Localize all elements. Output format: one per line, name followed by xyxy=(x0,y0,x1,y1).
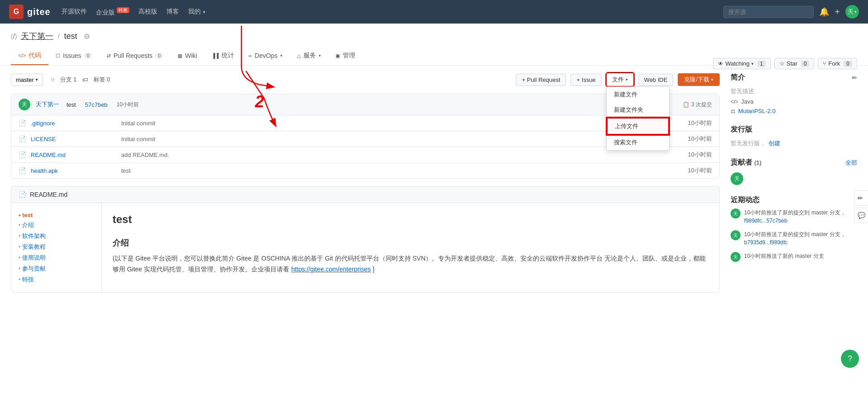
notification-icon[interactable]: 🔔 xyxy=(819,7,829,17)
header-right: 🔔 + 天 ▾ xyxy=(723,5,859,19)
sidebar-recent-title: 近期动态 xyxy=(731,195,857,205)
brand-name: gitee xyxy=(27,7,51,17)
nav-opensource[interactable]: 开源软件 xyxy=(61,8,87,16)
nav-mine[interactable]: 我的 ▾ xyxy=(188,8,206,16)
issue-btn[interactable]: + Issue xyxy=(571,74,601,86)
enterprise-badge: 特惠 xyxy=(117,7,129,13)
content-wrapper: master ▾ ⑂ 分支 1 🏷 标签 0 + Pull Request + … xyxy=(0,66,868,300)
toc-item-install[interactable]: 安装教程 xyxy=(19,242,94,252)
user-avatar[interactable]: 天 ▾ xyxy=(845,5,859,19)
file-name-apk[interactable]: health.apk xyxy=(31,167,121,174)
create-release-link[interactable]: 创建 xyxy=(769,139,780,147)
sidebar-license: ⚖ MulanPSL-2.0 xyxy=(731,106,857,116)
repo-name: test xyxy=(64,32,77,41)
branch-selector[interactable]: master ▾ xyxy=(11,74,43,86)
add-icon[interactable]: + xyxy=(835,7,840,17)
search-file-item[interactable]: 搜索文件 xyxy=(607,135,669,150)
recent-link-0[interactable]: f989dfc...57c7beb xyxy=(744,218,787,224)
tab-devops[interactable]: ∞ DevOps ▾ xyxy=(241,47,290,65)
toc-item-arch[interactable]: 软件架构 xyxy=(19,231,94,242)
sidebar-recent: 近期动态 天 10小时前推送了新的提交到 master 分支， f989dfc.… xyxy=(731,195,857,262)
sidebar-release-desc: 暂无发行版， 创建 xyxy=(731,138,857,149)
file-time-readme: 10小时前 xyxy=(676,151,712,159)
new-file-item[interactable]: 新建文件 xyxy=(607,87,669,102)
recent-item-1: 天 10小时前推送了新的提交到 master 分支， b7935d9...f98… xyxy=(731,230,857,247)
side-actions: ✏ 💬 xyxy=(854,190,868,223)
clone-btn[interactable]: 克隆/下载 ▾ xyxy=(678,73,720,86)
file-time-gitignore: 10小时前 xyxy=(676,119,712,127)
file-row: 📄 health.apk test 10小时前 xyxy=(11,163,719,178)
logo[interactable]: G gitee xyxy=(9,5,51,19)
settings-icon[interactable]: ⚙ xyxy=(84,32,90,41)
header: G gitee 开源软件 企业版 特惠 高校版 博客 我的 ▾ 🔔 + 天 ▾ xyxy=(0,0,868,24)
commit-hash[interactable]: 57c7beb xyxy=(85,101,108,108)
recent-avatar-2: 天 xyxy=(731,252,741,262)
license-link[interactable]: MulanPSL-2.0 xyxy=(738,108,775,114)
readme-link[interactable]: https://gitee.com/enterprises xyxy=(291,266,371,273)
search-input[interactable] xyxy=(723,6,814,18)
contributors-all-link[interactable]: 全部 xyxy=(845,159,857,167)
file-icon: 📄 xyxy=(19,135,26,142)
toc-item-tricks[interactable]: 特技 xyxy=(19,274,94,285)
file-dropdown: 文件 ▾ 新建文件 新建文件夹 上传文件 搜索文件 xyxy=(606,73,634,86)
commit-author[interactable]: 天下第一 xyxy=(36,100,59,109)
new-folder-item[interactable]: 新建文件夹 xyxy=(607,102,669,118)
commit-count[interactable]: 📋 3 次提交 xyxy=(683,101,712,109)
readme-intro-text: (以下是 Gitee 平台说明，您可以替换此简介 Gitee 是 OSCHINA… xyxy=(113,253,708,275)
file-icon: 📄 xyxy=(19,167,26,174)
toc-item-intro[interactable]: 介绍 xyxy=(19,220,94,231)
file-name-license[interactable]: LICENSE xyxy=(31,136,121,142)
sidebar: 简介 ✏ 暂无描述 </> Java ⚖ MulanPSL-2.0 发行 xyxy=(731,73,857,293)
file-button[interactable]: 文件 ▾ xyxy=(606,73,634,86)
recent-item-2: 天 10小时前推送了新的 master 分支 xyxy=(731,252,857,262)
nav-enterprise[interactable]: 企业版 特惠 xyxy=(96,7,129,17)
sidebar-release: 发行版 暂无发行版， 创建 xyxy=(731,125,857,149)
branch-info: ⑂ 分支 1 🏷 标签 0 xyxy=(51,76,110,84)
tab-issues[interactable]: ☐ Issues 0 xyxy=(48,47,99,65)
tab-stats[interactable]: ▐▐ 统计 xyxy=(204,47,241,65)
sidebar-edit-icon[interactable]: ✏ xyxy=(852,74,857,81)
file-name-readme[interactable]: README.md xyxy=(31,152,121,158)
tab-pull-requests[interactable]: ⇄ Pull Requests 0 xyxy=(99,47,171,65)
repo-title-row: 〈/〉 天下第一 / test ⚙ xyxy=(11,31,857,42)
commit-time: 10小时前 xyxy=(117,101,139,109)
issues-badge: 0 xyxy=(84,52,92,59)
repo-header: 👁 Watching ▾ 1 ☆ Star 0 ⑂ Fork 0 〈/〉 天下第… xyxy=(0,24,868,66)
contributor-avatar[interactable]: 天 xyxy=(731,172,743,185)
webide-btn[interactable]: Web IDE xyxy=(638,74,674,86)
file-commit-readme: add README.md. xyxy=(121,152,676,158)
tab-wiki[interactable]: ▦ Wiki xyxy=(170,47,204,65)
pr-badge: 0 xyxy=(155,52,163,59)
file-name-gitignore[interactable]: .gitignore xyxy=(31,120,121,127)
commit-avatar: 天 xyxy=(19,99,30,110)
repo-toolbar: master ▾ ⑂ 分支 1 🏷 标签 0 + Pull Request + … xyxy=(11,73,720,86)
repo-owner-link[interactable]: 天下第一 xyxy=(21,31,53,42)
recent-avatar-0: 天 xyxy=(731,209,741,218)
pull-request-btn[interactable]: + Pull Request xyxy=(516,74,566,86)
upload-file-item[interactable]: 上传文件 xyxy=(607,118,669,135)
toc-item-test[interactable]: test xyxy=(19,210,94,220)
file-dropdown-menu: 新建文件 新建文件夹 上传文件 搜索文件 xyxy=(606,86,670,151)
logo-icon: G xyxy=(9,5,24,19)
recent-link-1[interactable]: b7935d9...f989dfc xyxy=(744,239,788,246)
sidebar-contributors-title: 贡献者 (1) 全部 xyxy=(731,158,857,167)
sidebar-desc: 暂无描述 xyxy=(731,86,857,97)
recent-item-0: 天 10小时前推送了新的提交到 master 分支， f989dfc...57c… xyxy=(731,209,857,225)
file-icon: 📄 xyxy=(19,119,26,127)
nav-campus[interactable]: 高校版 xyxy=(138,8,157,16)
side-edit-btn[interactable]: ✏ xyxy=(854,190,868,206)
toc-item-usage[interactable]: 使用说明 xyxy=(19,252,94,263)
readme-section: 📄 README.md test 介绍 软件架构 安装教程 使用说明 参与贡献 … xyxy=(11,186,720,293)
sidebar-contributors: 贡献者 (1) 全部 天 xyxy=(731,158,857,186)
nav-blog[interactable]: 博客 xyxy=(166,8,179,16)
sidebar-lang: </> Java xyxy=(731,97,857,106)
contributor-list: 天 xyxy=(731,171,857,186)
tab-manage[interactable]: ▣ 管理 xyxy=(328,47,363,65)
tab-code[interactable]: </> 代码 xyxy=(11,47,48,65)
main-nav: 开源软件 企业版 特惠 高校版 博客 我的 ▾ xyxy=(61,7,713,17)
side-chat-btn[interactable]: 💬 xyxy=(854,208,868,223)
help-button[interactable]: ? xyxy=(841,350,859,368)
readme-body: test 介绍 软件架构 安装教程 使用说明 参与贡献 特技 test 介绍 (… xyxy=(11,203,719,292)
toc-item-contrib[interactable]: 参与贡献 xyxy=(19,263,94,274)
tab-service[interactable]: △ 服务 ▾ xyxy=(290,47,328,65)
